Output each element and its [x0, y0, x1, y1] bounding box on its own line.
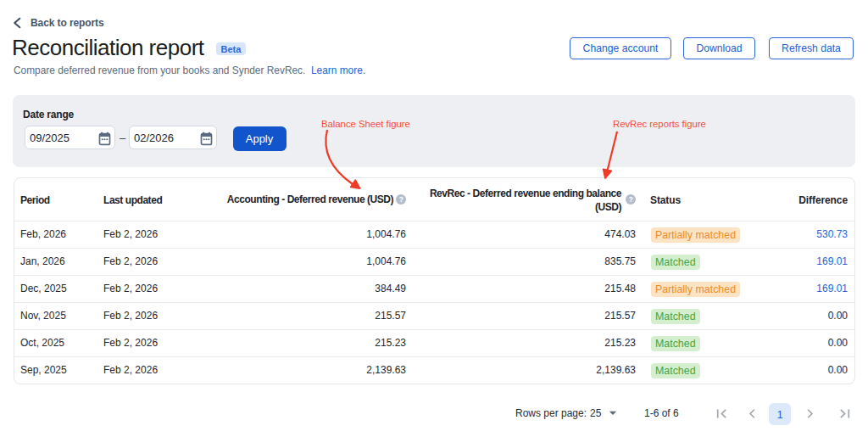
svg-text:?: ?	[629, 195, 633, 204]
svg-text:?: ?	[399, 195, 403, 204]
